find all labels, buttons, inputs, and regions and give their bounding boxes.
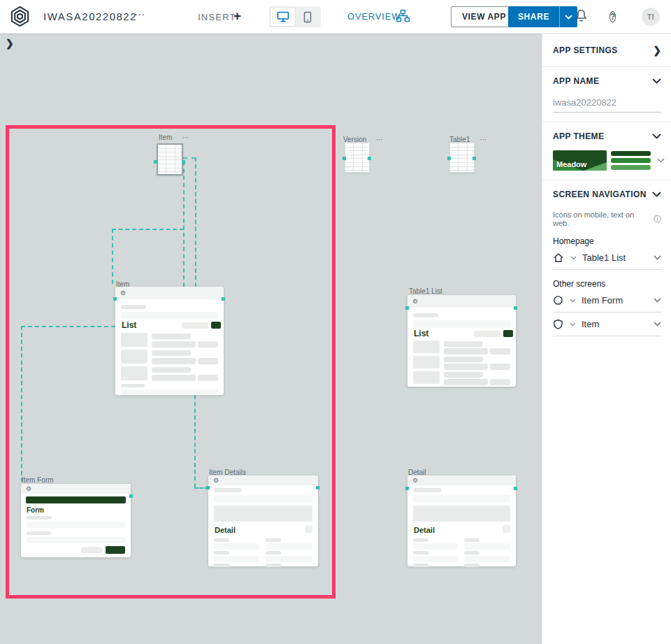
- input-placeholder: [27, 522, 125, 528]
- screen-navigation-title: SCREEN NAVIGATION: [553, 189, 647, 199]
- table-thumbnail-item[interactable]: [157, 143, 183, 176]
- connection-handle[interactable]: [514, 487, 517, 490]
- chevron-down-icon[interactable]: [652, 192, 661, 197]
- table-menu-icon[interactable]: ⋯: [479, 136, 487, 143]
- overview-canvas[interactable]: ❯ Item⋯ Version⋯ Table1⋯ Item ⚙ List: [0, 34, 542, 644]
- table-thumbnail-version[interactable]: [345, 143, 370, 173]
- placeholder-bar: [464, 556, 510, 562]
- placeholder-bar: [413, 495, 510, 502]
- placeholder-bar: [152, 375, 196, 381]
- icon-picker-chevron-icon[interactable]: [570, 256, 577, 260]
- placeholder-bar: [490, 364, 510, 370]
- screen-navigation-section-header[interactable]: SCREEN NAVIGATION: [553, 189, 661, 199]
- connection-handle[interactable]: [447, 157, 451, 160]
- list-item-image-placeholder: [413, 341, 440, 353]
- share-button[interactable]: SHARE: [508, 6, 559, 27]
- placeholder-bar: [444, 372, 483, 378]
- other-screen-value: Item: [582, 319, 654, 329]
- other-screen-select-item-form[interactable]: Item Form: [553, 289, 661, 313]
- app-name-section-header[interactable]: APP NAME: [553, 76, 661, 86]
- connection-handle[interactable]: [405, 306, 409, 310]
- placeholder-pill: [474, 331, 500, 337]
- chevron-right-icon[interactable]: ❯: [653, 45, 661, 56]
- gear-icon[interactable]: ⚙: [26, 486, 31, 492]
- app-title: IWASA20220822: [43, 10, 137, 22]
- connection-handle[interactable]: [129, 494, 133, 498]
- app-settings-header[interactable]: APP SETTINGS ❯: [553, 45, 661, 56]
- connection-handle[interactable]: [206, 486, 210, 489]
- screen-thumbnail-table1-list[interactable]: ⚙ List: [407, 295, 516, 387]
- add-button-placeholder: [503, 330, 513, 337]
- screen-thumbnail-item[interactable]: ⚙ List: [115, 287, 224, 395]
- chevron-down-icon[interactable]: [654, 322, 661, 327]
- other-screen-select-item[interactable]: Item: [553, 313, 661, 336]
- connection-handle[interactable]: [405, 487, 409, 490]
- theme-bar-mid: [611, 158, 651, 163]
- avatar[interactable]: TI: [642, 8, 660, 26]
- connection-handle[interactable]: [472, 157, 476, 160]
- connection-handle[interactable]: [182, 160, 185, 164]
- connector-line: [112, 229, 184, 230]
- screen-thumbnail-detail[interactable]: ⚙ Detail: [407, 475, 516, 566]
- icon-picker-chevron-icon[interactable]: [570, 322, 576, 327]
- placeholder-bar: [214, 551, 229, 554]
- view-app-button[interactable]: VIEW APP: [451, 6, 517, 27]
- connection-handle[interactable]: [154, 160, 157, 164]
- navigation-hint: Icons on mobile, text on web. ⓘ: [553, 210, 661, 227]
- table-menu-icon[interactable]: ⋯: [182, 134, 189, 141]
- card-title: Detail: [215, 526, 236, 534]
- honeycode-logo-icon[interactable]: [9, 6, 31, 30]
- chevron-down-icon[interactable]: [652, 78, 661, 84]
- help-icon: ?: [609, 11, 616, 22]
- screen-thumbnail-item-details[interactable]: ⚙ Detail: [208, 475, 318, 566]
- mobile-toggle-button[interactable]: [295, 8, 319, 26]
- placeholder-bar: [152, 350, 191, 356]
- desktop-toggle-button[interactable]: [270, 8, 295, 26]
- notifications-button[interactable]: [575, 8, 588, 26]
- connector-line: [21, 326, 115, 327]
- connection-handle[interactable]: [222, 297, 225, 301]
- screen-thumbnail-item-form[interactable]: ⚙ Form: [21, 484, 131, 557]
- other-screen-value: Item Form: [582, 295, 654, 306]
- placeholder-bar: [27, 531, 52, 535]
- placeholder-bar: [266, 551, 281, 554]
- icon-picker-chevron-icon[interactable]: [570, 299, 576, 303]
- placeholder-bar: [413, 320, 510, 328]
- chevron-down-icon[interactable]: [652, 134, 661, 139]
- gear-icon[interactable]: ⚙: [412, 478, 418, 484]
- expand-panel-chevron-icon[interactable]: ❯: [6, 38, 14, 49]
- gear-icon[interactable]: ⚙: [120, 290, 126, 296]
- theme-selector[interactable]: Meadow: [553, 150, 661, 171]
- app-name-input[interactable]: [553, 97, 661, 113]
- connection-handle[interactable]: [368, 157, 371, 160]
- overview-tab[interactable]: OVERVIEW: [347, 11, 401, 22]
- connection-handle[interactable]: [514, 306, 517, 310]
- placeholder-bar: [266, 556, 312, 562]
- connection-handle[interactable]: [316, 486, 319, 489]
- app-theme-section-header[interactable]: APP THEME: [553, 131, 661, 141]
- homepage-screen-select[interactable]: Table1 List: [553, 246, 661, 270]
- app-settings-title: APP SETTINGS: [553, 45, 618, 55]
- table-thumbnail-table1[interactable]: [449, 143, 475, 173]
- more-icon[interactable]: ⋯: [134, 8, 145, 21]
- help-button[interactable]: ?: [609, 10, 616, 23]
- placeholder-bar: [214, 556, 259, 562]
- chevron-down-icon[interactable]: [657, 158, 665, 163]
- placeholder-bar: [214, 564, 229, 567]
- table-menu-icon[interactable]: ⋯: [376, 136, 384, 143]
- gear-icon[interactable]: ⚙: [213, 478, 219, 484]
- top-toolbar: IWASA20220822 ⋯ INSERT + OVERVIEW VIEW A…: [0, 0, 671, 34]
- plus-icon[interactable]: +: [233, 8, 241, 24]
- connection-handle[interactable]: [113, 297, 117, 301]
- placeholder-bar: [152, 341, 196, 348]
- chevron-down-icon[interactable]: [654, 298, 661, 303]
- overview-sitemap-icon[interactable]: [396, 9, 410, 25]
- share-button-group: SHARE: [508, 6, 577, 27]
- chevron-down-icon[interactable]: [654, 255, 661, 260]
- homepage-screen-value: Table1 List: [582, 252, 654, 263]
- circle-icon: [553, 295, 563, 306]
- chevron-down-icon: [565, 15, 572, 20]
- connection-handle[interactable]: [342, 157, 346, 160]
- info-icon[interactable]: ⓘ: [654, 214, 661, 224]
- gear-icon[interactable]: ⚙: [412, 299, 418, 305]
